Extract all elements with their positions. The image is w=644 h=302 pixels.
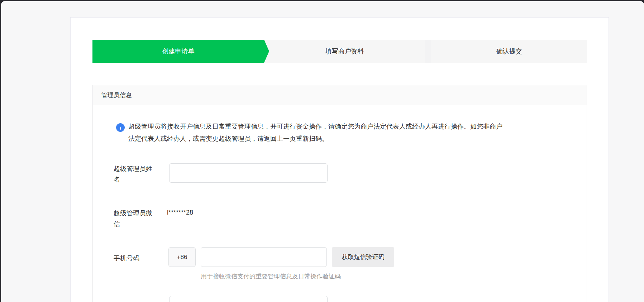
admin-notice-line2: 法定代表人或经办人，或需变更超级管理员，请返回上一页重新扫码。 — [128, 133, 523, 145]
info-icon: i — [116, 123, 125, 132]
phone-label: 手机号码 — [114, 253, 156, 264]
step-confirm-submit: 确认提交 — [431, 40, 587, 63]
admin-notice: 超级管理员将接收开户信息及日常重要管理信息，并可进行资金操作，请确定您为商户法定… — [128, 120, 523, 145]
admin-wechat-label: 超级管理员微信 — [114, 208, 156, 229]
admin-wechat-value: l*******28 — [167, 209, 193, 216]
admin-name-label: 超级管理员姓名 — [114, 163, 156, 185]
page-background: 创建申请单 填写商户资料 确认提交 管理员信息 i 超级管理员将接收开户信息及日… — [1, 1, 644, 302]
step-indicator: 创建申请单 填写商户资料 确认提交 — [92, 40, 587, 63]
step-create-application: 创建申请单 — [92, 40, 269, 63]
admin-notice-line1: 超级管理员将接收开户信息及日常重要管理信息，并可进行资金操作，请确定您为商户法定… — [128, 120, 523, 133]
section-title: 管理员信息 — [93, 85, 587, 105]
step-fill-merchant-info: 填写商户资料 — [264, 40, 425, 63]
admin-info-section: 管理员信息 i 超级管理员将接收开户信息及日常重要管理信息，并可进行资金操作，请… — [92, 85, 587, 302]
phone-input[interactable] — [201, 247, 327, 267]
step-create-application-label: 创建申请单 — [162, 47, 195, 56]
step-fill-merchant-info-label: 填写商户资料 — [325, 47, 364, 56]
step-confirm-submit-label: 确认提交 — [496, 47, 522, 56]
next-field-input-partial[interactable] — [169, 296, 328, 302]
admin-name-input[interactable] — [169, 163, 328, 183]
country-code-selector[interactable]: +86 — [168, 247, 196, 267]
application-card: 创建申请单 填写商户资料 确认提交 管理员信息 i 超级管理员将接收开户信息及日… — [70, 17, 609, 302]
phone-helper-text: 用于接收微信支付的重要管理信息及日常操作验证码 — [201, 272, 341, 281]
get-sms-code-button[interactable]: 获取短信验证码 — [332, 247, 394, 267]
step-divider — [425, 40, 431, 63]
